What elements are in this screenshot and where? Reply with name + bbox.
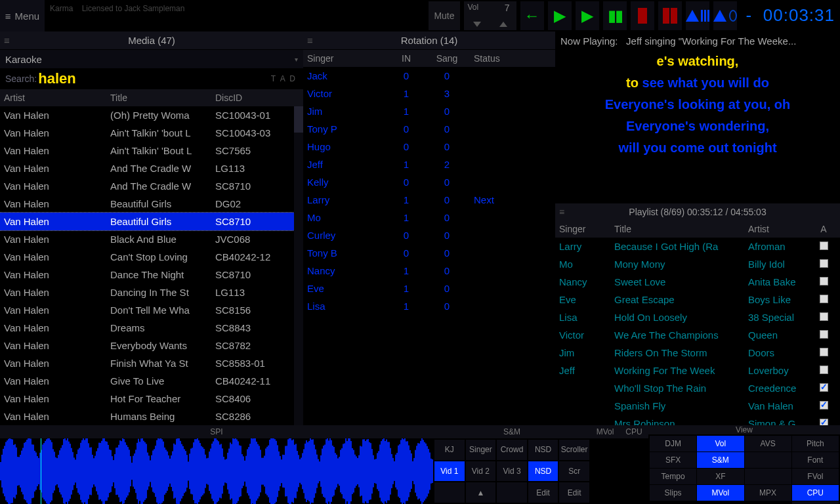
- sm-button[interactable]: ▲: [466, 482, 496, 503]
- vol-down-icon[interactable]: [473, 22, 481, 27]
- waveform-display[interactable]: [0, 438, 433, 504]
- sm-button[interactable]: Scroller: [559, 440, 589, 460]
- search-input[interactable]: halen: [37, 70, 75, 87]
- rotation-row[interactable]: Nancy10: [303, 262, 555, 280]
- auto-checkbox[interactable]: [820, 277, 828, 285]
- view-button[interactable]: CPU: [792, 485, 839, 501]
- sm-button[interactable]: NSD: [528, 461, 558, 482]
- auto-checkbox[interactable]: [820, 312, 828, 321]
- media-row[interactable]: Van HalenDance The NightSC8710: [0, 266, 303, 284]
- rotation-row[interactable]: Mo10: [303, 209, 555, 226]
- media-row[interactable]: Van HalenFinish What Ya StSC8583-01: [0, 354, 303, 372]
- sm-button[interactable]: Scr: [559, 461, 589, 482]
- view-button[interactable]: Slips: [650, 485, 696, 501]
- eq-button[interactable]: [686, 1, 709, 30]
- playlist-row[interactable]: VictorWe Are The ChampionsQueen: [555, 326, 840, 344]
- media-row[interactable]: Van HalenAnd The Cradle WLG113: [0, 159, 303, 177]
- media-row[interactable]: Van HalenDancing In The StLG113: [0, 284, 303, 301]
- rotation-row[interactable]: Victor13: [303, 85, 555, 102]
- playlist-row[interactable]: JimRiders On The StormDoors: [555, 344, 840, 362]
- rotation-row[interactable]: Kelly00: [303, 173, 555, 191]
- view-button[interactable]: Vol: [697, 436, 744, 452]
- category-dropdown[interactable]: Karaoke▾: [0, 50, 303, 68]
- sm-button[interactable]: KJ: [434, 440, 465, 460]
- view-button[interactable]: [745, 469, 791, 484]
- auto-checkbox[interactable]: [820, 401, 828, 410]
- sm-button[interactable]: [434, 482, 465, 503]
- rotation-row[interactable]: Jack00: [303, 67, 555, 85]
- media-row[interactable]: Van HalenHot For TeacherSC8406: [0, 390, 303, 408]
- media-row[interactable]: Van HalenGive To LiveCB40242-11: [0, 372, 303, 390]
- grip-icon[interactable]: ≡: [4, 35, 10, 46]
- media-row[interactable]: Van HalenHumans BeingSC8286: [0, 408, 303, 425]
- media-row[interactable]: Van HalenAnd The Cradle WSC8710: [0, 177, 303, 195]
- menu-button[interactable]: ≡Menu: [0, 0, 45, 32]
- view-button[interactable]: [745, 452, 791, 468]
- view-button[interactable]: MVol: [697, 485, 744, 501]
- auto-checkbox[interactable]: [820, 242, 828, 250]
- rotation-row[interactable]: Jim10: [303, 102, 555, 120]
- view-button[interactable]: XF: [697, 469, 744, 484]
- prev-button[interactable]: ←: [520, 1, 544, 30]
- view-button[interactable]: MPX: [745, 485, 791, 501]
- auto-checkbox[interactable]: [820, 295, 828, 303]
- view-button[interactable]: SFX: [650, 452, 696, 468]
- sm-button[interactable]: Vid 1: [434, 461, 465, 482]
- settings-blue-button[interactable]: [713, 1, 737, 30]
- playlist-row[interactable]: JeffWorking For The WeekLoverboy: [555, 362, 840, 379]
- play2-button[interactable]: ▶: [576, 1, 599, 30]
- media-row[interactable]: Van HalenCan't Stop LovingCB40242-12: [0, 248, 303, 266]
- media-row[interactable]: Van HalenBlack And BlueJVC068: [0, 230, 303, 248]
- grip-icon[interactable]: ≡: [559, 207, 564, 217]
- view-button[interactable]: FVol: [792, 469, 839, 484]
- media-row[interactable]: Van HalenDon't Tell Me WhaSC8156: [0, 301, 303, 319]
- rotation-row[interactable]: Curley00: [303, 226, 555, 244]
- rotation-row[interactable]: Larry10Next: [303, 191, 555, 209]
- view-button[interactable]: Tempo: [650, 469, 696, 484]
- view-button[interactable]: Font: [792, 452, 839, 468]
- auto-checkbox[interactable]: [820, 259, 828, 268]
- playlist-row[interactable]: Spanish FlyVan Halen: [555, 397, 840, 415]
- playlist-row[interactable]: LarryBecause I Got High (RaAfroman: [555, 238, 840, 255]
- rotation-row[interactable]: Jeff12: [303, 156, 555, 173]
- media-row[interactable]: Van HalenEverybody WantsSC8782: [0, 337, 303, 354]
- media-row[interactable]: Van HalenBeautiful GirlsDG02: [0, 195, 303, 213]
- playlist-row[interactable]: NancySweet LoveAnita Bake: [555, 273, 840, 291]
- volume-box[interactable]: Vol 7: [464, 1, 516, 30]
- grip-icon[interactable]: ≡: [307, 35, 313, 46]
- view-button[interactable]: Pitch: [792, 436, 839, 452]
- playlist-row[interactable]: Mrs RobinsonSimon & G: [555, 415, 840, 425]
- playlist-row[interactable]: MoMony MonyBilly Idol: [555, 255, 840, 273]
- sm-button[interactable]: NSD: [528, 440, 558, 460]
- rotation-row[interactable]: Tony P00: [303, 120, 555, 138]
- rotation-row[interactable]: Lisa10: [303, 297, 555, 315]
- media-row[interactable]: Van HalenDreamsSC8843: [0, 319, 303, 337]
- rotation-row[interactable]: Eve10: [303, 280, 555, 297]
- stop-button[interactable]: [631, 1, 654, 30]
- auto-checkbox[interactable]: [820, 330, 828, 339]
- view-button[interactable]: S&M: [697, 452, 744, 468]
- rotation-row[interactable]: Hugo00: [303, 138, 555, 156]
- sm-button[interactable]: Vid 3: [497, 461, 527, 482]
- auto-checkbox[interactable]: [820, 419, 828, 425]
- auto-checkbox[interactable]: [820, 366, 828, 374]
- sm-button[interactable]: Singer: [466, 440, 496, 460]
- record-button[interactable]: [658, 1, 682, 30]
- rotation-row[interactable]: Tony B00: [303, 244, 555, 262]
- sm-button[interactable]: Vid 2: [466, 461, 496, 482]
- sm-button[interactable]: Crowd: [497, 440, 527, 460]
- mute-button[interactable]: Mute: [429, 1, 459, 30]
- playlist-row[interactable]: EveGreat EscapeBoys Like: [555, 291, 840, 308]
- sm-button[interactable]: Edit: [528, 482, 558, 503]
- media-row[interactable]: Van HalenBeautiful GirlsSC8710: [0, 213, 303, 230]
- playlist-row[interactable]: LisaHold On Loosely38 Special: [555, 308, 840, 326]
- media-row[interactable]: Van HalenAin't Talkin' 'Bout LSC7565: [0, 142, 303, 159]
- auto-checkbox[interactable]: [820, 348, 828, 356]
- playlist-row[interactable]: Who'll Stop The RainCreedence: [555, 379, 840, 397]
- tad-toggles[interactable]: T A D: [271, 74, 303, 83]
- sm-button[interactable]: Edit: [559, 482, 589, 503]
- sm-button[interactable]: [497, 482, 527, 503]
- media-row[interactable]: Van HalenAin't Talkin' 'bout LSC10043-03: [0, 124, 303, 142]
- media-row[interactable]: Van Halen(Oh) Pretty WomaSC10043-01: [0, 106, 303, 124]
- pause-button[interactable]: ▮▮: [603, 1, 627, 30]
